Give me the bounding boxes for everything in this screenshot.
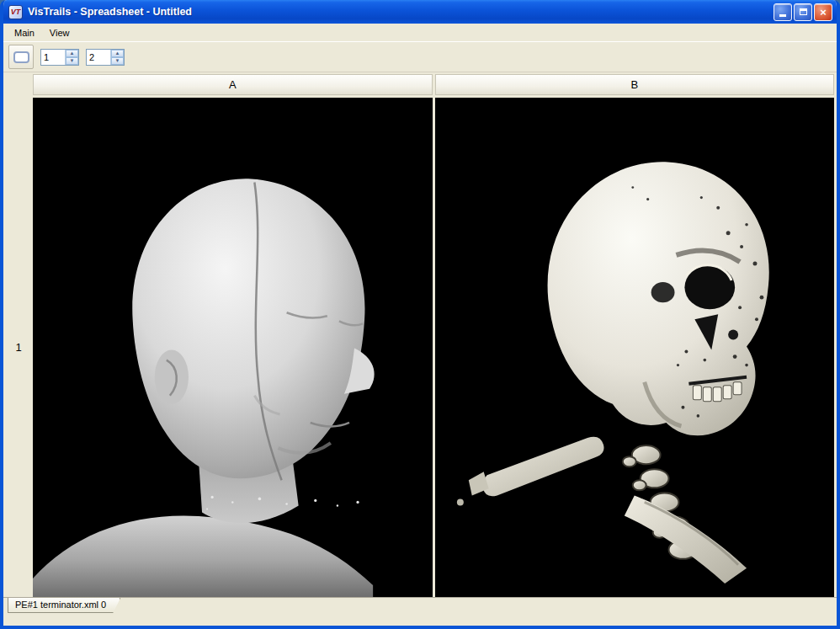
app-icon: VT	[8, 5, 23, 19]
toolbar: ▲ ▼ ▲ ▼	[3, 41, 837, 72]
column-spin-up-icon[interactable]: ▲	[111, 50, 124, 57]
menubar: Main View	[3, 24, 837, 41]
column-header-b[interactable]: B	[435, 74, 835, 95]
sheet-corner	[7, 74, 30, 95]
column-count-input[interactable]	[87, 50, 110, 65]
maximize-icon	[800, 8, 807, 15]
minimize-button[interactable]	[774, 3, 792, 21]
spreadsheet: A B 1	[3, 72, 837, 597]
fit-cells-button[interactable]	[8, 45, 34, 69]
menu-view[interactable]: View	[42, 25, 77, 40]
skull-render-image	[435, 98, 835, 597]
row-count-spinner[interactable]: ▲ ▼	[40, 49, 79, 66]
window-title: VisTrails - Spreadsheet - Untitled	[28, 6, 192, 18]
app-window: VT VisTrails - Spreadsheet - Untitled × …	[0, 0, 840, 629]
titlebar[interactable]: VT VisTrails - Spreadsheet - Untitled ×	[3, 0, 837, 24]
column-count-spinner[interactable]: ▲ ▼	[86, 49, 125, 66]
sheet-tab-pe1[interactable]: PE#1 terminator.xml 0	[8, 598, 120, 613]
column-header-row: A B	[7, 74, 834, 95]
column-spin-down-icon[interactable]: ▼	[111, 57, 124, 65]
row-header-1[interactable]: 1	[7, 98, 30, 597]
maximize-button[interactable]	[794, 3, 812, 21]
close-button[interactable]: ×	[814, 3, 832, 21]
cell-a1-volume-render-head[interactable]	[33, 98, 433, 597]
menu-main[interactable]: Main	[7, 25, 42, 40]
minimize-icon	[779, 14, 786, 17]
close-icon: ×	[820, 7, 827, 18]
sheet-tabbar: PE#1 terminator.xml 0	[3, 597, 837, 616]
window-bottom-frame	[3, 616, 837, 626]
fit-cell-icon	[13, 51, 29, 63]
column-header-a[interactable]: A	[33, 74, 433, 95]
cell-b1-volume-render-skull[interactable]	[435, 98, 835, 597]
head-render-image	[33, 98, 433, 597]
sheet-row-1: 1	[7, 98, 834, 597]
row-spin-buttons: ▲ ▼	[65, 50, 78, 65]
window-controls: ×	[774, 3, 832, 21]
row-spin-up-icon[interactable]: ▲	[66, 50, 78, 57]
column-spin-buttons: ▲ ▼	[110, 50, 124, 65]
row-spin-down-icon[interactable]: ▼	[66, 57, 78, 65]
row-count-input[interactable]	[41, 50, 65, 65]
